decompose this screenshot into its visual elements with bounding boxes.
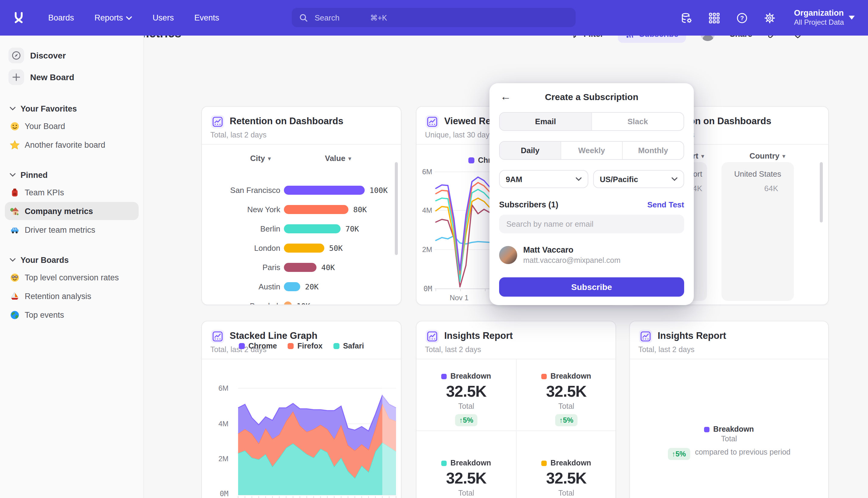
chevron-down-icon xyxy=(10,107,16,110)
nav-item-boards[interactable]: Boards xyxy=(48,13,74,22)
card-stacked-line-graph: Stacked Line Graph Total, last 2 days Ch… xyxy=(201,321,401,498)
subscribe-submit-button[interactable]: Subscribe xyxy=(499,277,684,297)
sidebar-discover-label: Discover xyxy=(30,51,66,60)
country-panel[interactable]: United States 64K xyxy=(722,162,794,301)
sidebar-item-driver-team-metrics[interactable]: Driver team metrics xyxy=(5,221,139,239)
chevron-down-icon xyxy=(10,258,16,262)
help-icon[interactable]: ? xyxy=(736,12,748,24)
search-input[interactable] xyxy=(313,12,370,23)
series-color-swatch xyxy=(542,460,547,466)
value-bar xyxy=(284,185,365,194)
settings-icon[interactable] xyxy=(764,12,776,24)
subscriber-search-input[interactable] xyxy=(499,215,684,233)
caret-down-icon: ▾ xyxy=(783,153,785,159)
data-governance-icon[interactable] xyxy=(681,12,693,24)
sidebar-item-your-board[interactable]: Your Board xyxy=(5,117,139,135)
mixpanel-logo-icon[interactable] xyxy=(12,11,25,24)
tab-email[interactable]: Email xyxy=(500,113,591,130)
value-label: 100K xyxy=(370,185,388,194)
nav-item-events[interactable]: Events xyxy=(195,13,219,22)
tab-slack[interactable]: Slack xyxy=(591,113,683,130)
metric-sub: Total xyxy=(517,489,616,497)
send-test-link[interactable]: Send Test xyxy=(647,200,684,209)
value-bar xyxy=(284,243,324,252)
tab-monthly[interactable]: Monthly xyxy=(622,142,683,159)
city-label: Paris xyxy=(202,263,280,272)
table-row-berlin[interactable]: Berlin 70K xyxy=(202,221,401,236)
chevron-down-icon xyxy=(126,16,132,19)
city-label: Berlin xyxy=(202,224,280,233)
metric-value: 32.5K xyxy=(416,469,516,488)
caret-down-icon: ▾ xyxy=(701,153,704,159)
subscriber-name: Matt Vaccaro xyxy=(523,245,620,255)
nav-item-users[interactable]: Users xyxy=(152,13,174,22)
sidebar-item-top-level-conversion-rates[interactable]: Top level conversion rates xyxy=(5,268,139,286)
city-label: London xyxy=(202,243,280,252)
value-bar xyxy=(284,224,340,233)
table-row-austin[interactable]: Austin 20K xyxy=(202,278,401,294)
value-label: 10K xyxy=(296,301,310,305)
tab-weekly[interactable]: Weekly xyxy=(561,142,622,159)
sidebar-item-company-metrics[interactable]: Company metrics xyxy=(5,202,139,220)
sidebar-item-retention-analysis[interactable]: Retention analysis xyxy=(5,287,139,305)
metric-sub: Total xyxy=(416,402,516,410)
city-label: San Francisco xyxy=(202,185,280,194)
column-value-dropdown[interactable]: Value▾ xyxy=(325,154,351,163)
caret-down-icon: ▾ xyxy=(268,155,271,161)
sidebar-item-another-favorite-board[interactable]: Another favorite board xyxy=(5,136,139,154)
value-label: 20K xyxy=(305,282,319,291)
delta-badge: ↑5% xyxy=(455,414,478,426)
sidebar-section-your-favorites[interactable]: Your Favorites xyxy=(0,101,144,116)
sidebar-discover[interactable]: Discover xyxy=(5,45,139,66)
city-label: Bangkok xyxy=(202,301,280,305)
sidebar-item-top-events[interactable]: Top events xyxy=(5,306,139,324)
table-row-paris[interactable]: Paris 40K xyxy=(202,259,401,275)
tab-daily[interactable]: Daily xyxy=(500,142,561,159)
sidebar-item-team-kpis[interactable]: Team KPIs xyxy=(5,183,139,201)
city-label: New York xyxy=(202,205,280,214)
card-insights-report-quad: Insights Report Total, last 2 days Break… xyxy=(416,321,616,498)
subscriber-email: matt.vaccaro@mixpanel.com xyxy=(523,255,620,265)
sidebar-section-your-boards[interactable]: Your Boards xyxy=(0,252,144,268)
subscribers-count-label: Subscribers (1) xyxy=(499,200,559,209)
table-row-london[interactable]: London 50K xyxy=(202,240,401,255)
navbar-right: ? Organization All xyxy=(681,0,868,36)
metric-sub: Total xyxy=(630,435,828,443)
metric-cell-4: Breakdown 32.5K Total ↑5% xyxy=(517,459,616,498)
card-scrollbar[interactable] xyxy=(820,162,823,222)
card-title: Insights Report xyxy=(658,330,726,341)
table-row-bangkok[interactable]: Bangkok 10K xyxy=(202,298,401,305)
column-city-dropdown[interactable]: City▾ xyxy=(250,154,271,163)
metric-sub: Total xyxy=(416,489,516,497)
stacked-area-chart xyxy=(202,322,401,498)
table-row-new-york[interactable]: New York 80K xyxy=(202,201,401,217)
table-row-san-francisco[interactable]: San Francisco 100K xyxy=(202,182,401,198)
org-name: Organization xyxy=(794,8,844,18)
subscriber-row[interactable]: Matt Vaccaro matt.vaccaro@mixpanel.com xyxy=(499,245,620,265)
timezone-select[interactable]: US/Pacific xyxy=(593,170,684,188)
create-subscription-modal: ← Create a Subscription EmailSlack Daily… xyxy=(490,83,694,305)
value-bar xyxy=(284,205,348,214)
report-chart-icon xyxy=(638,329,653,344)
nav-item-reports[interactable]: Reports xyxy=(95,13,132,22)
org-project: All Project Data xyxy=(794,18,844,27)
value-label: 40K xyxy=(321,263,335,272)
series-color-swatch xyxy=(442,374,447,379)
apps-grid-icon[interactable] xyxy=(709,12,721,24)
column-country-dropdown[interactable]: Country▾ xyxy=(731,151,803,160)
time-select[interactable]: 9AM xyxy=(499,170,588,188)
metric-label: Breakdown xyxy=(451,372,491,380)
search-icon xyxy=(299,13,308,22)
report-chart-icon xyxy=(425,329,439,344)
delta-badge: ↑5% xyxy=(555,414,578,426)
sidebar-new-board[interactable]: New Board xyxy=(5,67,139,88)
series-color-swatch xyxy=(442,460,447,466)
sidebar-section-pinned[interactable]: Pinned xyxy=(0,167,144,183)
org-switcher[interactable]: Organization All Project Data xyxy=(794,8,855,27)
global-search[interactable]: ⌘+K xyxy=(292,8,576,27)
card-scrollbar[interactable] xyxy=(395,162,398,255)
chevron-down-icon xyxy=(849,16,855,20)
value-label: 70K xyxy=(345,224,359,233)
value-bar xyxy=(284,301,292,305)
card-subtitle: Total, last 2 days xyxy=(210,131,266,139)
